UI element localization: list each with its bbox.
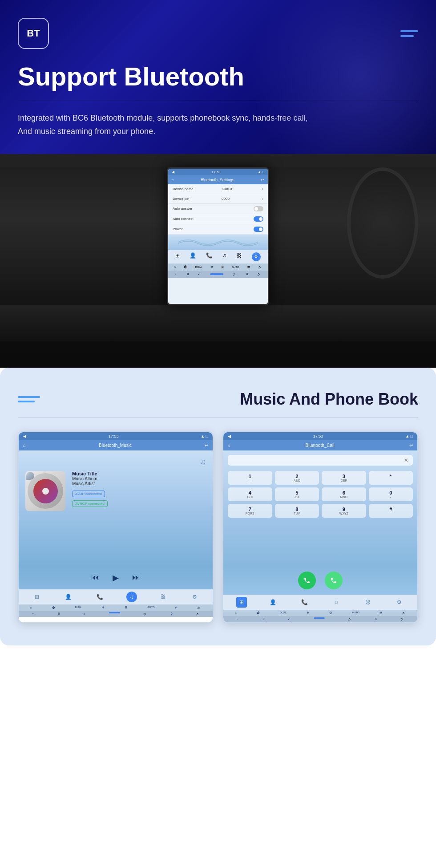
music-nav-note[interactable]: ♫: [126, 592, 137, 602]
auto-connect-toggle[interactable]: [254, 216, 263, 222]
call-nav-person[interactable]: 👤: [268, 597, 279, 608]
car-ctrl-snowflake[interactable]: ❄: [210, 265, 213, 269]
key-9[interactable]: 9WXYZ: [322, 504, 366, 518]
m-ctrl2-sound[interactable]: 🔊: [143, 612, 147, 616]
c-ctrl2-volr[interactable]: 🔈: [400, 617, 404, 621]
call-nav-phone[interactable]: 📞: [299, 597, 310, 608]
key-7[interactable]: 7PQRS: [228, 504, 272, 518]
nav-settings-icon[interactable]: ⚙: [252, 252, 261, 261]
steering-wheel: [347, 167, 418, 279]
music-nav-link[interactable]: ⛓: [158, 592, 169, 602]
wave-graphic: [168, 235, 268, 250]
music-nav-grid[interactable]: ⊞: [32, 592, 42, 602]
car-ctrl-slider[interactable]: [210, 273, 223, 275]
car-ctrl-temp-down[interactable]: ↙: [198, 272, 201, 276]
c-ctrl-vol[interactable]: 🔈: [402, 611, 406, 615]
prev-button[interactable]: ⏮: [91, 573, 99, 583]
c-ctrl-snow[interactable]: ❄: [307, 611, 309, 615]
settings-row-auto-connect[interactable]: Auto connect: [168, 214, 268, 224]
m-ctrl2-temp[interactable]: ↙: [83, 612, 86, 616]
c-ctrl2-back[interactable]: ←: [236, 617, 239, 621]
play-button[interactable]: ▶: [113, 573, 119, 583]
m-ctrl-auto[interactable]: AUTO: [147, 606, 155, 609]
car-ctrl-recycle[interactable]: ♻: [221, 265, 224, 269]
c-ctrl-dual[interactable]: DUAL: [279, 611, 287, 615]
m-ctrl-recycle[interactable]: ♻: [125, 606, 127, 609]
call-header-title: Bluetooth_Call: [306, 443, 335, 448]
call-nav-link[interactable]: ⛓: [363, 597, 373, 608]
car-ctrl-home[interactable]: ⌂: [174, 265, 176, 268]
key-8[interactable]: 8TUV: [275, 504, 319, 518]
m-ctrl-vol[interactable]: 🔈: [197, 606, 201, 609]
call-clear-button[interactable]: ✕: [404, 457, 408, 463]
tablet-back-btn[interactable]: ↩: [261, 178, 264, 182]
m-ctrl-power[interactable]: ⏻: [52, 606, 55, 609]
c-ctrl-auto[interactable]: AUTO: [352, 611, 359, 615]
c-ctrl2-temp[interactable]: ↙: [288, 617, 291, 621]
car-ctrl-back-arrow[interactable]: ←: [175, 272, 178, 276]
call-home-icon[interactable]: ⌂: [228, 443, 230, 448]
music-nav-phone[interactable]: 📞: [95, 592, 105, 602]
nav-link-icon[interactable]: ⛓: [237, 252, 242, 261]
c-ctrl-recycle[interactable]: ♻: [329, 611, 332, 615]
settings-row-device-name[interactable]: Device name CarBT ›: [168, 184, 268, 194]
m-ctrl-arrow[interactable]: ⇄: [175, 606, 178, 609]
tablet-title: Bluetooth_Settings: [201, 178, 234, 182]
settings-row-auto-answer[interactable]: Auto answer: [168, 204, 268, 214]
car-ctrl-vol[interactable]: 🔈: [258, 265, 262, 269]
redial-button[interactable]: [325, 572, 343, 589]
next-button[interactable]: ⏭: [132, 573, 140, 583]
c-ctrl2-slider[interactable]: [314, 617, 325, 619]
c-ctrl-home[interactable]: ⌂: [234, 611, 236, 615]
key-2[interactable]: 2ABC: [275, 471, 319, 485]
key-3[interactable]: 3DEF: [322, 471, 366, 485]
key-5[interactable]: 5JKL: [275, 487, 319, 501]
m-ctrl-dual[interactable]: DUAL: [75, 606, 82, 609]
m-ctrl2-back[interactable]: ←: [32, 612, 35, 616]
car-ctrl-zero-left: 0: [187, 272, 189, 276]
call-nav-settings[interactable]: ⚙: [394, 597, 405, 608]
c-ctrl-arrow[interactable]: ⇄: [379, 611, 382, 615]
car-ctrl-fan[interactable]: ⇄: [247, 265, 250, 269]
menu-button[interactable]: [400, 30, 418, 37]
music-home-icon[interactable]: ⌂: [23, 443, 26, 448]
call-back-btn[interactable]: ↩: [409, 443, 413, 448]
car-ctrl-dual[interactable]: DUAL: [195, 266, 202, 268]
nav-phone-icon[interactable]: 📞: [206, 252, 213, 261]
m-ctrl2-slider[interactable]: [109, 612, 120, 613]
key-hash[interactable]: #: [369, 504, 413, 518]
music-nav-settings[interactable]: ⚙: [190, 592, 200, 602]
car-ctrl-power[interactable]: ⏻: [184, 265, 187, 268]
call-nav-note[interactable]: ♫: [331, 597, 342, 608]
c-ctrl2-sound[interactable]: 🔊: [348, 617, 352, 621]
m-ctrl-home[interactable]: ⌂: [30, 606, 32, 609]
settings-row-power[interactable]: Power: [168, 224, 268, 235]
nav-grid-icon[interactable]: ⊞: [175, 252, 180, 261]
auto-answer-toggle[interactable]: [254, 206, 263, 211]
key-star[interactable]: *: [369, 471, 413, 485]
car-ctrl-vol-right[interactable]: 🔈: [257, 272, 261, 276]
section2: Music And Phone Book ◀ 17:53 ▲ □ ⌂ Bluet…: [0, 368, 436, 646]
call-input[interactable]: ✕: [228, 455, 413, 466]
tablet-bottom-nav: ⊞ 👤 📞 ♫ ⛓ ⚙: [168, 250, 268, 264]
key-0[interactable]: 0•: [369, 487, 413, 501]
settings-row-device-pin[interactable]: Device pin 0000 ›: [168, 194, 268, 204]
answer-call-button[interactable]: [298, 572, 316, 589]
tablet-home-icon[interactable]: ⌂: [172, 178, 174, 182]
music-signal-icons: ▲ □: [201, 434, 208, 438]
power-toggle[interactable]: [254, 227, 263, 232]
car-ctrl-sound[interactable]: 🔊: [233, 272, 237, 276]
nav-person-icon[interactable]: 👤: [190, 252, 196, 261]
c-ctrl-power[interactable]: ⏻: [257, 611, 260, 615]
call-nav-grid[interactable]: ⊞: [236, 597, 247, 608]
m-ctrl-snow[interactable]: ❄: [102, 606, 105, 609]
music-back-btn[interactable]: ↩: [205, 443, 208, 448]
key-4[interactable]: 4GHI: [228, 487, 272, 501]
m-ctrl2-volr[interactable]: 🔈: [196, 612, 200, 616]
key-1[interactable]: 1—: [228, 471, 272, 485]
key-6[interactable]: 6MNO: [322, 487, 366, 501]
section2-menu-icon[interactable]: [18, 396, 40, 402]
music-nav-person[interactable]: 👤: [63, 592, 74, 602]
nav-music-icon[interactable]: ♫: [223, 252, 227, 261]
car-ctrl-auto[interactable]: AUTO: [232, 266, 239, 268]
